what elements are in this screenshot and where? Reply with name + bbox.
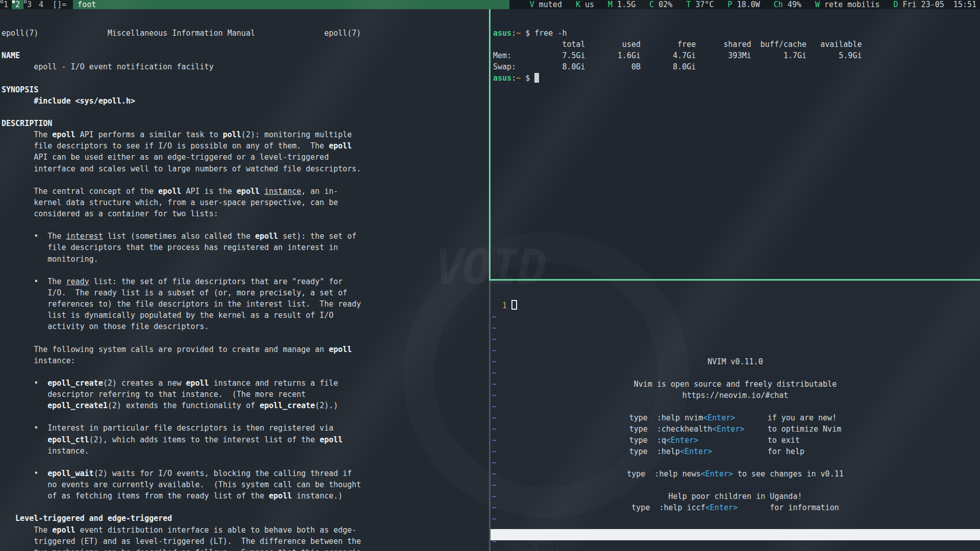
terminal-line: Swap: 8.0Gi 0B 8.0Gi	[493, 61, 980, 72]
nvim-row: ~	[491, 367, 980, 379]
man-page-content: epoll(7) Miscellaneous Information Manua…	[2, 28, 489, 551]
man-line: epoll_create1(2) extends the functionali…	[2, 400, 489, 411]
nvim-row: ~	[491, 513, 980, 524]
terminal-pane[interactable]: asus:~ $ free -h total used free shared …	[491, 9, 980, 279]
man-line: list is dynamically populated by the ker…	[2, 310, 489, 321]
nvim-row: ~type :help<Enter> for help	[491, 446, 980, 457]
nvim-filename: [No Name]	[520, 541, 561, 550]
status-key: K	[576, 0, 580, 9]
nvim-row: 1	[491, 300, 980, 311]
nvim-row: ~	[491, 311, 980, 322]
nvim-intro-line: type :help<Enter> for help	[629, 446, 841, 457]
status-item-k: K us	[576, 0, 594, 9]
status-key: T	[686, 0, 691, 9]
nvim-tilde: ~	[492, 356, 497, 367]
man-line: • epoll_wait(2) waits for I/O events, bl…	[2, 468, 489, 479]
nvim-intro-line: Nvim is open source and freely distribut…	[634, 379, 837, 390]
nvim-row: ~https://neovim.io/#chat	[491, 390, 980, 401]
tag-2[interactable]: 2	[12, 0, 23, 9]
nvim-tilde: ~	[492, 468, 497, 480]
nvim-tilde: ~	[492, 513, 497, 524]
man-line: The central concept of the epoll API is …	[2, 186, 489, 197]
man-line: file descriptors that the process has re…	[2, 242, 489, 253]
status-item-c: C 02%	[649, 0, 672, 9]
nvim-intro-line: type :q<Enter> to exit	[629, 435, 841, 446]
nvim-tilde: ~	[492, 412, 497, 423]
man-pager-pane[interactable]: epoll(7) Miscellaneous Information Manua…	[0, 9, 489, 551]
nvim-tilde: ~	[492, 345, 497, 356]
status-item-t: T 37°C	[686, 0, 714, 9]
nvim-row: ~	[491, 345, 980, 356]
man-line: instance.	[2, 445, 489, 457]
man-line: file descriptors to see if I/O is possib…	[2, 140, 489, 152]
nvim-tilde: ~	[492, 390, 497, 401]
nvim-intro-line: https://neovim.io/#chat	[682, 390, 789, 401]
window-title: foot	[73, 0, 509, 9]
man-line: • The ready list: the set of file descri…	[2, 276, 489, 287]
tag-4[interactable]: 4	[35, 0, 47, 9]
nvim-tilde: ~	[492, 457, 497, 468]
status-item-w: W rete mobilis	[815, 0, 879, 9]
status-item-ch: Ch 49%	[774, 0, 801, 9]
man-line	[2, 39, 489, 50]
man-line: kernel data structure which, from a user…	[2, 197, 489, 208]
nvim-row: ~type :help nvim<Enter> if you are new!	[491, 412, 980, 423]
nvim-intro-line: type :help news<Enter> to see changes in…	[627, 468, 843, 480]
block-cursor	[534, 73, 539, 83]
man-line: triggered (ET) and as level-triggered (L…	[2, 536, 489, 547]
man-line	[2, 73, 489, 84]
man-line: • Interest in particular file descriptor…	[2, 422, 489, 434]
nvim-row: ~type :help iccf<Enter> for information	[491, 502, 980, 513]
tag-indicator	[12, 1, 15, 3]
man-line	[2, 107, 489, 118]
status-key: M	[608, 0, 612, 9]
man-line	[2, 502, 489, 513]
nvim-statusline: [No Name] 0,0-1 All	[491, 529, 980, 540]
man-line: SYNOPSIS	[2, 84, 489, 95]
man-line	[2, 411, 489, 422]
man-line: activity on those file descriptors.	[2, 321, 489, 332]
man-line: considered as a container for two lists:	[2, 208, 489, 219]
nvim-row: ~type :q<Enter> to exit	[491, 435, 980, 446]
man-line: interface and scales well to large numbe…	[2, 163, 489, 174]
nvim-tilde: ~	[492, 423, 497, 435]
man-line: no events are currently available. (This…	[2, 479, 489, 490]
man-line: • The interest list (sometimes also call…	[2, 231, 489, 242]
nvim-intro-line: Help poor children in Uganda!	[669, 491, 802, 502]
tag-list: 1234	[0, 0, 47, 9]
nvim-pane[interactable]: 1 ~~~~~NVIM v0.11.0~~Nvim is open source…	[491, 281, 980, 551]
man-line	[2, 219, 489, 231]
man-line: • epoll_create(2) creates a new epoll in…	[2, 378, 489, 389]
nvim-intro-line: NVIM v0.11.0	[707, 356, 763, 367]
status-item-m: M 1.5G	[608, 0, 635, 9]
nvim-tilde: ~	[492, 379, 497, 390]
man-line: NAME	[2, 50, 489, 61]
man-line: The following system calls are provided …	[2, 344, 489, 355]
nvim-row: ~	[491, 480, 980, 491]
man-line: API can be used either as an edge-trigge…	[2, 152, 489, 163]
man-line: instance:	[2, 355, 489, 366]
man-line: two mechanisms can be described as follo…	[2, 547, 489, 551]
man-line: monitoring.	[2, 254, 489, 265]
nvim-tilde: ~	[492, 322, 497, 334]
nvim-tilde: ~	[492, 491, 497, 502]
hollow-cursor	[511, 300, 517, 310]
man-line: epoll(7) Miscellaneous Information Manua…	[2, 28, 489, 39]
nvim-row: ~Nvim is open source and freely distribu…	[491, 379, 980, 390]
nvim-tilde: ~	[492, 311, 497, 322]
man-line: epoll - I/O event notification facility	[2, 61, 489, 72]
nvim-buffer: 1 ~~~~~NVIM v0.11.0~~Nvim is open source…	[491, 299, 980, 547]
status-key: D	[893, 0, 898, 9]
tag-1[interactable]: 1	[0, 0, 12, 9]
status-key: W	[815, 0, 820, 9]
nvim-row: ~Help poor children in Uganda!	[491, 491, 980, 502]
layout-symbol[interactable]: []=	[47, 0, 73, 9]
tag-3[interactable]: 3	[23, 0, 35, 9]
man-line: The epoll event distribution interface i…	[2, 524, 489, 536]
status-item-d: D Fri 23-05 15:51	[893, 0, 976, 9]
nvim-row: ~NVIM v0.11.0	[491, 356, 980, 367]
man-line: references to) the file descriptors in t…	[2, 298, 489, 310]
window-border-active-horizontal	[489, 279, 980, 281]
status-item-v: V muted	[530, 0, 562, 9]
nvim-row: ~type :checkhealth<Enter> to optimize Nv…	[491, 423, 980, 435]
